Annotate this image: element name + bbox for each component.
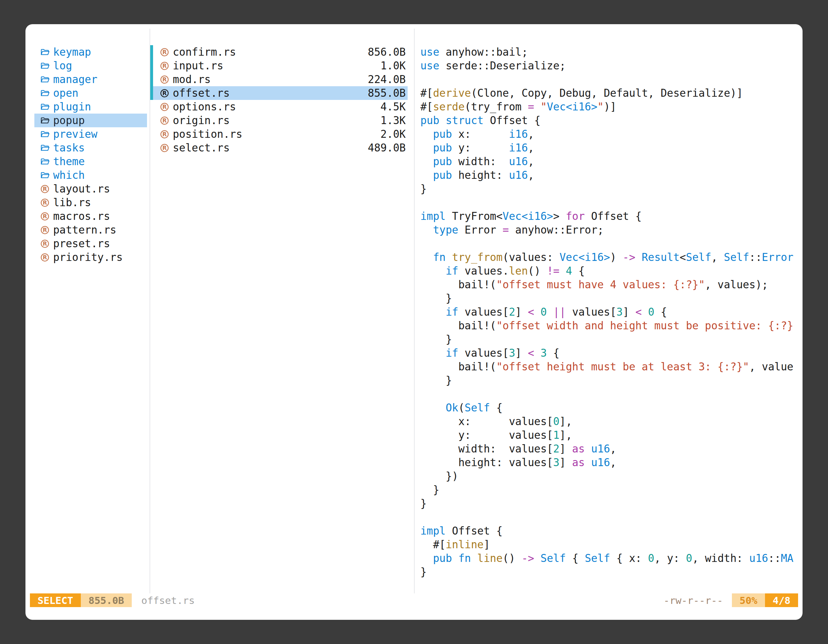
code-line: x: values[0], xyxy=(420,415,803,428)
folder-icon xyxy=(40,130,50,139)
code-line: } xyxy=(420,182,803,196)
file-name: options.rs xyxy=(173,100,381,113)
code-line: } xyxy=(420,332,803,346)
file-row[interactable]: R position.rs 2.0K xyxy=(150,127,408,141)
sidebar-item[interactable]: R layout.rs xyxy=(34,182,147,196)
item-label: priority.rs xyxy=(53,251,123,263)
file-size: 1.0K xyxy=(381,60,406,72)
code-line: Ok(Self { xyxy=(420,401,803,415)
rust-file-icon: R xyxy=(160,88,169,98)
sidebar-item[interactable]: R pattern.rs xyxy=(34,223,147,237)
code-line: pub height: u16, xyxy=(420,168,803,182)
file-row[interactable]: R confirm.rs 856.0B xyxy=(150,45,408,59)
file-name: confirm.rs xyxy=(173,46,368,58)
folder-icon xyxy=(40,47,50,57)
svg-text:R: R xyxy=(42,241,47,247)
svg-text:R: R xyxy=(162,118,167,124)
code-line: }) xyxy=(420,469,803,483)
code-line: if values.len() != 4 { xyxy=(420,264,803,278)
svg-text:R: R xyxy=(162,145,167,151)
file-name: input.rs xyxy=(173,60,381,72)
file-size: 1.3K xyxy=(381,114,406,127)
file-row[interactable]: R select.rs 489.0B xyxy=(150,141,408,155)
file-row[interactable]: R offset.rs 855.0B xyxy=(150,86,408,100)
code-line: y: values[1], xyxy=(420,428,803,442)
svg-text:R: R xyxy=(42,227,47,233)
folder-icon xyxy=(40,116,50,125)
status-bar: SELECT 855.0B offset.rs -rw-r--r-- 50% 4… xyxy=(30,594,798,607)
sidebar-item[interactable]: R preview xyxy=(34,127,147,141)
file-row[interactable]: R options.rs 4.5K xyxy=(150,100,408,114)
rust-file-icon: R xyxy=(40,253,50,262)
svg-text:R: R xyxy=(42,186,47,192)
item-label: layout.rs xyxy=(53,183,110,195)
preview-pane: use anyhow::bail;use serde::Deserialize;… xyxy=(415,29,803,594)
rust-file-icon: R xyxy=(160,47,169,57)
code-line: pub x: i16, xyxy=(420,127,803,141)
code-line: pub width: u16, xyxy=(420,155,803,168)
status-filename: offset.rs xyxy=(141,595,195,606)
rust-file-icon: R xyxy=(160,130,169,139)
current-directory-pane: R confirm.rs 856.0B R input.rs 1.0K xyxy=(149,29,415,594)
rust-file-icon: R xyxy=(160,61,169,71)
rust-file-icon: R xyxy=(40,239,50,249)
code-line: impl Offset { xyxy=(420,524,803,538)
code-line: if values[2] < 0 || values[3] < 0 { xyxy=(420,305,803,319)
sidebar-item[interactable]: R which xyxy=(34,168,147,182)
file-row[interactable]: R mod.rs 224.0B xyxy=(150,72,408,86)
sidebar-item[interactable]: R macros.rs xyxy=(34,209,147,223)
code-line: } xyxy=(420,483,803,497)
sidebar-item[interactable]: R keymap xyxy=(34,45,147,59)
rust-file-icon: R xyxy=(40,225,50,235)
sidebar-item[interactable]: R popup xyxy=(34,114,147,127)
file-name: origin.rs xyxy=(173,114,381,127)
file-manager-window: R keymap R xyxy=(25,24,803,620)
folder-icon xyxy=(40,157,50,166)
code-line xyxy=(420,237,803,251)
file-row[interactable]: R origin.rs 1.3K xyxy=(150,114,408,127)
code-line: bail!("offset width and height must be p… xyxy=(420,319,803,332)
mode-badge: SELECT xyxy=(30,594,81,607)
code-line: bail!("offset must have 4 values: {:?}",… xyxy=(420,278,803,291)
file-name: select.rs xyxy=(173,142,368,154)
sidebar-item[interactable]: R manager xyxy=(34,72,147,86)
sidebar-item[interactable]: R theme xyxy=(34,155,147,168)
file-size: 856.0B xyxy=(368,46,406,58)
file-size: 855.0B xyxy=(368,87,406,99)
code-line: fn try_from(values: Vec<i16>) -> Result<… xyxy=(420,251,803,264)
item-label: preview xyxy=(53,128,97,140)
sidebar-item[interactable]: R priority.rs xyxy=(34,251,147,264)
code-line xyxy=(420,510,803,524)
item-label: log xyxy=(53,60,72,72)
svg-text:R: R xyxy=(162,63,167,69)
sidebar-item[interactable]: R lib.rs xyxy=(34,196,147,209)
file-name: position.rs xyxy=(173,128,381,140)
code-line xyxy=(420,196,803,209)
sidebar-item[interactable]: R tasks xyxy=(34,141,147,155)
code-line: pub struct Offset { xyxy=(420,114,803,127)
code-line: use anyhow::bail; xyxy=(420,45,803,59)
svg-text:R: R xyxy=(162,131,167,138)
file-name: offset.rs xyxy=(173,87,368,99)
rust-file-icon: R xyxy=(160,116,169,125)
code-line xyxy=(420,72,803,86)
code-line: pub fn line() -> Self { Self { x: 0, y: … xyxy=(420,552,803,565)
item-label: popup xyxy=(53,114,85,127)
folder-icon xyxy=(40,171,50,180)
main-panes: R keymap R xyxy=(25,29,803,594)
sidebar-item[interactable]: R preset.rs xyxy=(34,237,147,251)
folder-icon xyxy=(40,102,50,112)
code-line: if values[3] < 3 { xyxy=(420,346,803,360)
code-line: #[inline] xyxy=(420,538,803,552)
svg-text:R: R xyxy=(42,199,47,206)
scroll-percent-badge: 50% xyxy=(732,594,765,607)
code-line: } xyxy=(420,497,803,510)
folder-icon xyxy=(40,88,50,98)
code-line: pub y: i16, xyxy=(420,141,803,155)
file-row[interactable]: R input.rs 1.0K xyxy=(150,59,408,72)
sidebar-item[interactable]: R plugin xyxy=(34,100,147,114)
item-label: pattern.rs xyxy=(53,224,116,236)
sidebar-item[interactable]: R open xyxy=(34,86,147,100)
rust-file-icon: R xyxy=(160,143,169,153)
sidebar-item[interactable]: R log xyxy=(34,59,147,72)
